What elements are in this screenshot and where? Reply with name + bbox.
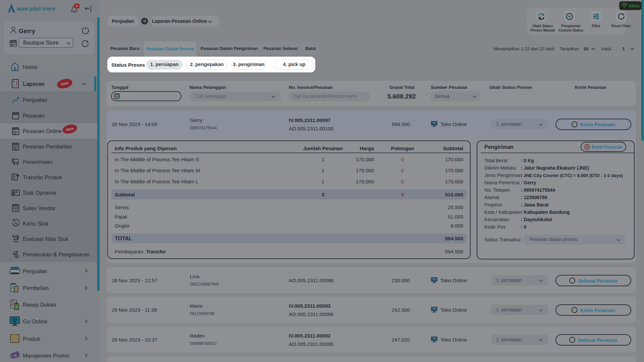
- svg-text:Rp: Rp: [16, 236, 19, 238]
- svg-text:$: $: [16, 255, 17, 258]
